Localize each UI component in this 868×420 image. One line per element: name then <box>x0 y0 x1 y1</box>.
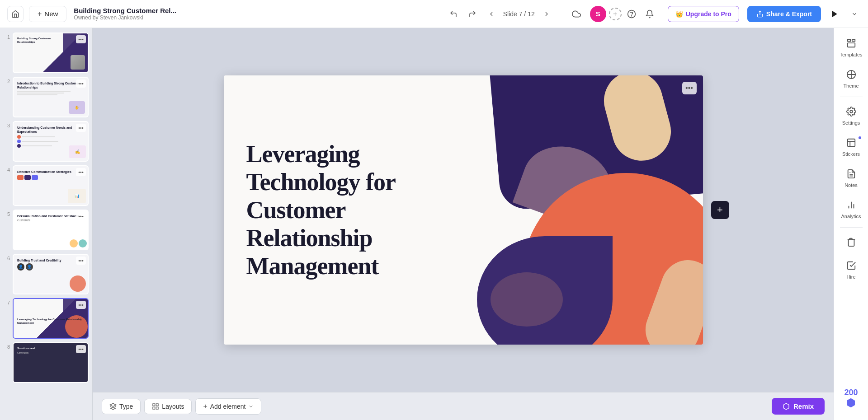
hire-panel-item[interactable]: Hire <box>836 255 867 284</box>
delete-icon <box>845 236 858 248</box>
analytics-panel-item[interactable]: Analytics <box>836 194 867 224</box>
redo-button[interactable] <box>465 7 480 21</box>
user-avatar[interactable]: S <box>590 6 606 22</box>
play-button[interactable] <box>826 6 843 22</box>
slide-title-line2: Technology for <box>246 168 396 196</box>
add-element-button[interactable]: + Add element <box>195 398 261 415</box>
play-dropdown-button[interactable] <box>848 6 861 22</box>
analytics-label: Analytics <box>841 214 861 219</box>
slide-thumb-item[interactable]: 5 Personalization and Customer Satisfact… <box>4 210 89 250</box>
slide-number: 1 <box>4 33 10 40</box>
slide-thumb-item[interactable]: 6 Building Trust and Credibility 👤 👤 ••• <box>4 254 89 294</box>
home-button[interactable] <box>7 6 24 22</box>
new-button[interactable]: + New <box>29 6 66 22</box>
shape-mauve2 <box>491 272 563 327</box>
slide-thumbnail-active[interactable]: Leveraging Technology for Customer Relat… <box>13 298 89 339</box>
slide-thumb-item[interactable]: 2 Introduction to Building Strong Custom… <box>4 77 89 117</box>
templates-icon <box>845 37 858 50</box>
slide-thumbnail[interactable]: Introduction to Building Strong Customer… <box>13 77 89 117</box>
cloud-button[interactable] <box>568 6 585 22</box>
slide-number: 8 <box>4 342 10 350</box>
slide-more-button[interactable]: ••• <box>76 79 86 88</box>
share-label: Share & Export <box>766 10 812 18</box>
notifications-button[interactable] <box>642 6 658 22</box>
svg-rect-12 <box>847 139 855 147</box>
slide-more-button[interactable]: ••• <box>76 35 86 43</box>
settings-panel-item[interactable]: Settings <box>836 101 867 130</box>
notes-icon <box>845 168 858 180</box>
slide-more-button[interactable]: ••• <box>76 124 86 132</box>
slide-thumb-item[interactable]: 4 Effective Communication Strategies <box>4 165 89 206</box>
slide-thumb-item[interactable]: 8 Solutions and Continuous ••• <box>4 342 89 383</box>
slide-thumbnail[interactable]: Solutions and Continuous ••• <box>13 342 89 383</box>
score-badge[interactable]: 200 <box>844 388 858 415</box>
svg-rect-9 <box>852 40 854 42</box>
slide-thumbnail[interactable]: Building Trust and Credibility 👤 👤 ••• <box>13 254 89 294</box>
svg-rect-7 <box>156 407 159 409</box>
add-element-canvas-button[interactable]: + <box>711 201 729 219</box>
nav-icons-group: S + <box>568 6 658 22</box>
slide-thumbnail[interactable]: Effective Communication Strategies 📊 ••• <box>13 165 89 206</box>
slide-title-line1: Leveraging <box>246 140 360 168</box>
templates-label: Templates <box>840 52 862 57</box>
canvas-area: Leveraging Technology for Customer Relat… <box>93 28 834 420</box>
slide-more-button[interactable]: ••• <box>76 257 86 265</box>
type-label: Type <box>119 403 133 410</box>
notes-panel-item[interactable]: Notes <box>836 163 867 192</box>
theme-panel-item[interactable]: Theme <box>836 64 867 93</box>
undo-button[interactable] <box>446 7 461 21</box>
bottom-toolbar: Type Layouts + Add element Remix <box>93 392 834 420</box>
slide-more-button[interactable]: ••• <box>76 168 86 176</box>
right-panel: Templates Theme Settings Stickers <box>834 28 868 420</box>
slide-title-line3: Customer Relationship <box>246 196 373 252</box>
slide-number: 2 <box>4 77 10 84</box>
score-number: 200 <box>844 388 858 397</box>
next-slide-button[interactable] <box>539 7 554 21</box>
svg-rect-8 <box>847 40 850 42</box>
slide-thumbnail[interactable]: Understanding Customer Needs and Expecta… <box>13 121 89 162</box>
delete-panel-item[interactable] <box>836 231 867 253</box>
slide-number: 3 <box>4 121 10 128</box>
avatar-group: S + <box>590 6 622 22</box>
stickers-panel-item[interactable]: Stickers <box>836 132 867 161</box>
slide-more-button[interactable]: ••• <box>76 212 86 220</box>
slide-main-title: Leveraging Technology for Customer Relat… <box>246 140 459 280</box>
slide-thumb-item[interactable]: 3 Understanding Customer Needs and Expec… <box>4 121 89 162</box>
slide-more-button[interactable]: ••• <box>76 345 86 353</box>
svg-marker-3 <box>832 10 837 17</box>
prev-slide-button[interactable] <box>484 7 499 21</box>
layouts-button[interactable]: Layouts <box>144 399 192 414</box>
slide-number: 5 <box>4 210 10 217</box>
score-icon <box>845 397 856 411</box>
slide-thumb-item[interactable]: 7 Leveraging Technology for Customer Rel… <box>4 298 89 339</box>
panel-divider-2 <box>840 227 863 228</box>
type-button[interactable]: Type <box>102 399 141 414</box>
upgrade-button[interactable]: 👑 Upgrade to Pro <box>668 6 739 22</box>
navbar: + New Building Strong Customer Rel... Ow… <box>0 0 868 28</box>
theme-label: Theme <box>843 83 859 89</box>
share-export-button[interactable]: Share & Export <box>747 6 821 22</box>
slide-thumbnail[interactable]: Personalization and Customer Satisfactio… <box>13 210 89 250</box>
add-collaborator-button[interactable]: + <box>609 8 622 20</box>
stickers-badge <box>858 135 862 140</box>
templates-panel-item[interactable]: Templates <box>836 33 867 62</box>
slide-panel: 1 Building Strong CustomerRelationships … <box>0 28 93 420</box>
analytics-icon <box>845 199 858 211</box>
main-area: 1 Building Strong CustomerRelationships … <box>0 28 868 420</box>
slide-title-line4: Management <box>246 252 379 280</box>
settings-label: Settings <box>842 120 860 126</box>
slide-number: 7 <box>4 298 10 305</box>
avatar-letter: S <box>596 10 600 18</box>
document-owner: Owned by Steven Jankowski <box>74 14 176 21</box>
slide-content: Leveraging Technology for Customer Relat… <box>224 75 703 345</box>
help-button[interactable] <box>623 6 640 22</box>
document-title-area: Building Strong Customer Rel... Owned by… <box>74 7 176 21</box>
remix-button[interactable]: Remix <box>772 398 825 415</box>
document-title: Building Strong Customer Rel... <box>74 7 176 14</box>
slide-more-button[interactable]: ••• <box>76 301 86 309</box>
canvas-more-button[interactable]: ••• <box>682 82 697 94</box>
slide-thumbnail[interactable]: Building Strong CustomerRelationships ••… <box>13 33 89 73</box>
add-element-label: Add element <box>210 403 246 410</box>
plus-icon: + <box>38 10 42 18</box>
slide-thumb-item[interactable]: 1 Building Strong CustomerRelationships … <box>4 33 89 73</box>
